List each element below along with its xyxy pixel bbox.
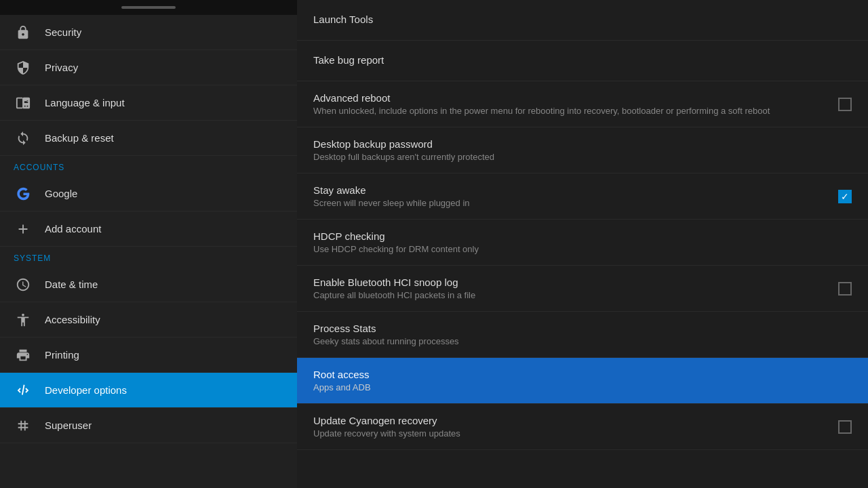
main-item-hdcp[interactable]: HDCP checking Use HDCP checking for DRM … (297, 220, 868, 266)
advanced-reboot-checkbox[interactable] (838, 98, 852, 111)
sidebar-item-google[interactable]: Google (0, 176, 297, 211)
root-access-title: Root access (313, 369, 852, 380)
stay-awake-title: Stay awake (313, 184, 827, 196)
main-content: Launch Tools Take bug report Advanced re… (297, 0, 868, 488)
sidebar-item-superuser-label: Superuser (45, 420, 92, 431)
process-stats-subtitle: Geeky stats about running processes (313, 336, 852, 346)
backup-icon (14, 129, 33, 148)
root-access-subtitle: Apps and ADB (313, 382, 852, 392)
language-icon (14, 94, 33, 113)
hdcp-subtitle: Use HDCP checking for DRM content only (313, 244, 852, 254)
main-item-launch-tools[interactable]: Launch Tools (297, 0, 868, 41)
lock-icon (14, 23, 33, 42)
google-icon (14, 184, 33, 203)
sidebar-item-privacy-label: Privacy (45, 62, 78, 73)
sidebar-item-printing[interactable]: Printing (0, 338, 297, 373)
accessibility-icon (14, 310, 33, 329)
sidebar-item-accessibility-label: Accessibility (45, 314, 100, 325)
desktop-backup-title: Desktop backup password (313, 138, 852, 150)
update-cyanogen-subtitle: Update recovery with system updates (313, 428, 827, 439)
stay-awake-subtitle: Screen will never sleep while plugged in (313, 198, 827, 208)
sidebar-item-privacy[interactable]: Privacy (0, 50, 297, 85)
developer-icon (14, 381, 33, 400)
sidebar-item-add-account-label: Add account (45, 223, 101, 235)
sidebar-item-backup-label: Backup & reset (45, 132, 114, 144)
process-stats-title: Process Stats (313, 323, 852, 334)
hdcp-title: HDCP checking (313, 230, 852, 242)
main-item-bluetooth-hci[interactable]: Enable Bluetooth HCI snoop log Capture a… (297, 266, 868, 312)
sidebar-item-datetime[interactable]: Date & time (0, 267, 297, 302)
update-cyanogen-title: Update Cyanogen recovery (313, 415, 827, 426)
system-section-header: SYSTEM (0, 247, 297, 267)
privacy-icon (14, 58, 33, 77)
sidebar-item-printing-label: Printing (45, 349, 79, 361)
advanced-reboot-title: Advanced reboot (313, 92, 827, 104)
sidebar-item-superuser[interactable]: Superuser (0, 408, 297, 443)
stay-awake-checkbox[interactable] (838, 190, 852, 203)
sidebar-item-datetime-label: Date & time (45, 279, 98, 290)
main-item-advanced-reboot[interactable]: Advanced reboot When unlocked, include o… (297, 81, 868, 127)
main-item-take-bug-report[interactable]: Take bug report (297, 41, 868, 81)
sidebar-item-language[interactable]: Language & input (0, 85, 297, 121)
main-item-desktop-backup[interactable]: Desktop backup password Desktop full bac… (297, 127, 868, 174)
sidebar: Security Privacy Language & input Backup… (0, 0, 297, 488)
accounts-section-header: ACCOUNTS (0, 156, 297, 176)
bluetooth-hci-checkbox[interactable] (838, 282, 852, 296)
sidebar-item-developer-label: Developer options (45, 384, 127, 396)
clock-icon (14, 275, 33, 294)
sidebar-item-add-account[interactable]: Add account (0, 211, 297, 247)
top-bar-line (121, 6, 176, 9)
sidebar-item-security-label: Security (45, 26, 81, 38)
update-cyanogen-checkbox[interactable] (838, 420, 852, 434)
sidebar-item-security[interactable]: Security (0, 15, 297, 50)
main-item-stay-awake[interactable]: Stay awake Screen will never sleep while… (297, 174, 868, 220)
bluetooth-hci-subtitle: Capture all bluetooth HCI packets in a f… (313, 290, 827, 300)
take-bug-report-title: Take bug report (313, 54, 852, 66)
main-item-update-cyanogen[interactable]: Update Cyanogen recovery Update recovery… (297, 404, 868, 450)
sidebar-item-developer[interactable]: Developer options (0, 373, 297, 408)
main-item-root-access[interactable]: Root access Apps and ADB (297, 358, 868, 404)
main-item-process-stats[interactable]: Process Stats Geeky stats about running … (297, 312, 868, 358)
print-icon (14, 346, 33, 365)
sidebar-item-google-label: Google (45, 188, 77, 199)
bluetooth-hci-title: Enable Bluetooth HCI snoop log (313, 277, 827, 288)
sidebar-item-backup[interactable]: Backup & reset (0, 121, 297, 156)
hash-icon (14, 416, 33, 435)
desktop-backup-subtitle: Desktop full backups aren't currently pr… (313, 152, 852, 162)
add-icon (14, 220, 33, 239)
sidebar-item-accessibility[interactable]: Accessibility (0, 302, 297, 338)
launch-tools-title: Launch Tools (313, 14, 852, 25)
sidebar-top-bar (0, 0, 297, 15)
advanced-reboot-subtitle: When unlocked, include options in the po… (313, 106, 827, 116)
sidebar-item-language-label: Language & input (45, 97, 125, 108)
